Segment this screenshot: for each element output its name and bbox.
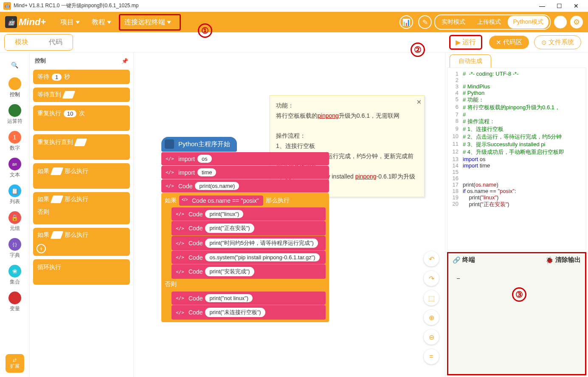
main-script[interactable]: Python主程序开始 importos importtime Codeprin…	[161, 137, 329, 322]
view-tabs: 模块 代码	[4, 34, 73, 51]
note-close-icon[interactable]: ✕	[416, 97, 422, 108]
block-if-else[interactable]: 如果那么执行否则	[33, 192, 130, 224]
code-area-button[interactable]: ✕代码区	[489, 36, 529, 49]
category-variables[interactable]: 变量	[0, 290, 29, 314]
code-line: 7#	[447, 111, 586, 118]
code-line: 2	[447, 77, 586, 83]
block-code-2[interactable]: Codeprint("linux")	[172, 207, 326, 221]
code-line: 4# Python	[447, 90, 586, 96]
block-if[interactable]: 如果那么执行	[33, 163, 130, 189]
redo-button[interactable]: ↷	[424, 271, 439, 286]
app-icon: 🤖	[3, 2, 11, 10]
user-avatar[interactable]	[554, 16, 567, 28]
menu-project[interactable]: 项目	[56, 16, 84, 28]
block-repeat-until[interactable]: 重复执行直到	[33, 134, 130, 160]
code-line: 3# MindPlus	[447, 83, 586, 90]
pin-icon[interactable]: 📌	[121, 58, 128, 64]
code-line: 20 print("正在安装")	[447, 201, 586, 208]
code-line: 18if os.name == "posix":	[447, 188, 586, 194]
zoom-out-button[interactable]: ⊖	[424, 329, 439, 345]
right-panel: 自动生成 1# -*- coding: UTF-8 -*-23# MindPlu…	[445, 53, 588, 377]
minimize-button[interactable]: —	[534, 0, 551, 12]
category-dict[interactable]: {:}字典	[0, 236, 29, 261]
code-line: 13import os	[447, 156, 586, 162]
chart-icon[interactable]: 📊	[400, 15, 413, 29]
run-button[interactable]: ▶ 运行	[449, 35, 482, 50]
block-forever[interactable]: 循环执行	[33, 259, 130, 285]
tab-blocks[interactable]: 模块	[5, 34, 39, 50]
annotation-2: ②	[411, 43, 425, 57]
block-if-plus[interactable]: 如果那么执行+	[33, 228, 130, 256]
play-icon: ▶	[456, 38, 461, 46]
block-palette: 控制 📌 等待1秒 等待直到 重复执行10次 重复执行直到 如果那么执行 如果那…	[30, 53, 134, 377]
menu-tutorial[interactable]: 教程	[87, 16, 115, 28]
code-line: 10# 2、点击运行，等待运行完成，约5分钟	[447, 133, 586, 141]
file-system-button[interactable]: ⊙文件系统	[534, 35, 581, 49]
extension-button[interactable]: ⇄扩展	[6, 354, 24, 373]
canvas-controls: ↶ ↷ ⬚ ⊕ ⊖ =	[424, 251, 439, 364]
category-set[interactable]: ❀集合	[0, 263, 29, 287]
block-code-8[interactable]: Codeprint("未连接行空板")	[172, 305, 326, 320]
category-text[interactable]: a≡文本	[0, 156, 29, 180]
code-line: 6# 将行空板板载的pinpong升级为0.6.1，	[447, 104, 586, 111]
block-repeat[interactable]: 重复执行10次	[33, 105, 130, 131]
terminal-cursor: –	[457, 275, 460, 281]
mode-switcher: 实时模式 上传模式 Python模式	[434, 14, 551, 30]
tidy-button[interactable]: ⬚	[424, 290, 439, 306]
maximize-button[interactable]: ☐	[551, 0, 568, 12]
secondary-toolbar: 模块 代码 ▶ 运行 ✕代码区 ⊙文件系统	[0, 32, 588, 53]
block-import-os[interactable]: importos	[161, 152, 329, 165]
block-code-3[interactable]: Codeprint("正在安装")	[172, 221, 326, 235]
zoom-in-button[interactable]: ⊕	[424, 310, 439, 325]
code-line: 19 print("linux")	[447, 194, 586, 201]
block-code-6[interactable]: Codeprint("安装完成")	[172, 264, 326, 279]
logo-icon: 🤖	[5, 16, 17, 28]
block-import-time[interactable]: importtime	[161, 166, 329, 179]
note-link-pinpong[interactable]: pinpong	[318, 112, 339, 119]
code-line: 9# 1、连接行空板	[447, 125, 586, 133]
block-code-5[interactable]: Codeos.system("pip install pinpong-0.6.1…	[172, 251, 326, 264]
block-wait[interactable]: 等待1秒	[33, 70, 130, 84]
edit-icon[interactable]: ✎	[418, 15, 432, 29]
category-list[interactable]: 📋列表	[0, 183, 29, 207]
logo: 🤖 Mind+	[5, 16, 46, 28]
category-control[interactable]: 控制	[0, 76, 29, 100]
mode-upload[interactable]: 上传模式	[472, 16, 506, 28]
block-if-wrapper[interactable]: 如果 Code os.name == "posix" 那么执行 Codeprin…	[161, 193, 329, 322]
category-tuple[interactable]: 🔒元组	[0, 210, 29, 234]
terminal-body[interactable]: –	[448, 266, 585, 374]
code-line: 1# -*- coding: UTF-8 -*-	[447, 71, 586, 77]
script-canvas[interactable]: ✕ 功能： 将行空板板载的pinpong升级为0.6.1，无需联网 操作流程： …	[134, 53, 445, 377]
top-menu-bar: 🤖 Mind+ 项目 教程 连接远程终端 📊 ✎ 实时模式 上传模式 Pytho…	[0, 12, 588, 32]
code-line: 11# 3、提示Successfully installed pi	[447, 141, 586, 148]
code-line: 14import time	[447, 162, 586, 169]
search-category[interactable]: 🔍	[0, 57, 29, 73]
close-button[interactable]: ✕	[568, 0, 585, 12]
auto-generate-tab[interactable]: 自动生成	[450, 54, 491, 68]
mode-python[interactable]: Python模式	[508, 16, 549, 28]
category-numbers[interactable]: 1数字	[0, 129, 29, 153]
block-code-7[interactable]: Codeprint("not linux")	[172, 292, 326, 305]
code-view[interactable]: 1# -*- coding: UTF-8 -*-23# MindPlus4# P…	[447, 68, 586, 250]
hat-block[interactable]: Python主程序开始	[161, 137, 237, 152]
code-line: 15	[447, 169, 586, 175]
code-line: 5# 功能：	[447, 96, 586, 104]
undo-button[interactable]: ↶	[424, 251, 439, 266]
menu-connect-remote[interactable]: 连接远程终端	[119, 14, 181, 31]
block-wait-until[interactable]: 等待直到	[33, 88, 130, 102]
mode-realtime[interactable]: 实时模式	[436, 16, 470, 28]
note-link-pinpong2[interactable]: pinpong	[355, 173, 377, 180]
category-operators[interactable]: 运算符	[0, 102, 29, 127]
window-titlebar: 🤖 Mind+ V1.8.1 RC1.0 一键升级pinpong到0.6.1_1…	[0, 0, 588, 12]
settings-icon[interactable]: ⚙	[570, 16, 583, 28]
tab-code[interactable]: 代码	[39, 34, 73, 50]
palette-header: 控制 📌	[32, 55, 131, 66]
code-line: 8# 操作流程：	[447, 118, 586, 125]
code-line: 12# 4、升级成功后，手动断电重启行空板即	[447, 148, 586, 156]
zoom-reset-button[interactable]: =	[424, 349, 439, 364]
code-line: 16	[447, 175, 586, 181]
annotation-3: ③	[512, 287, 526, 302]
clear-output-button[interactable]: 🐞 清除输出	[546, 256, 581, 264]
block-code-1[interactable]: Codeprint(os.name)	[161, 179, 329, 193]
block-code-4[interactable]: Codeprint("时间约5分钟，请等待程序运行完成")	[172, 236, 326, 250]
